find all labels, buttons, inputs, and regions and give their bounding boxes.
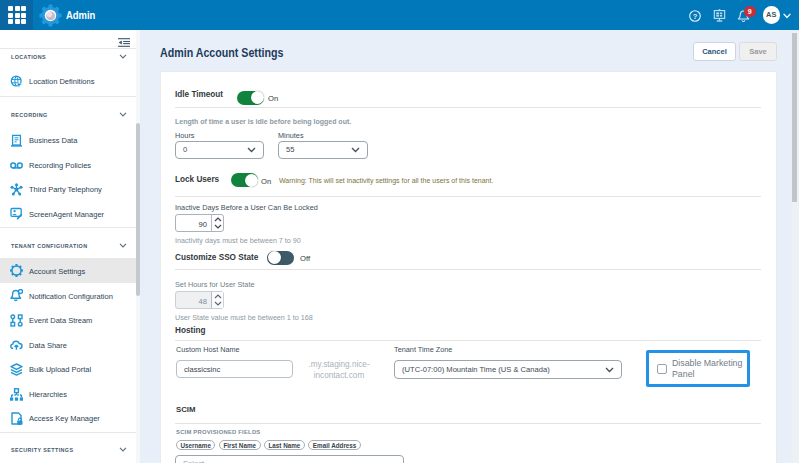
svg-text:?: ?: [693, 11, 698, 20]
